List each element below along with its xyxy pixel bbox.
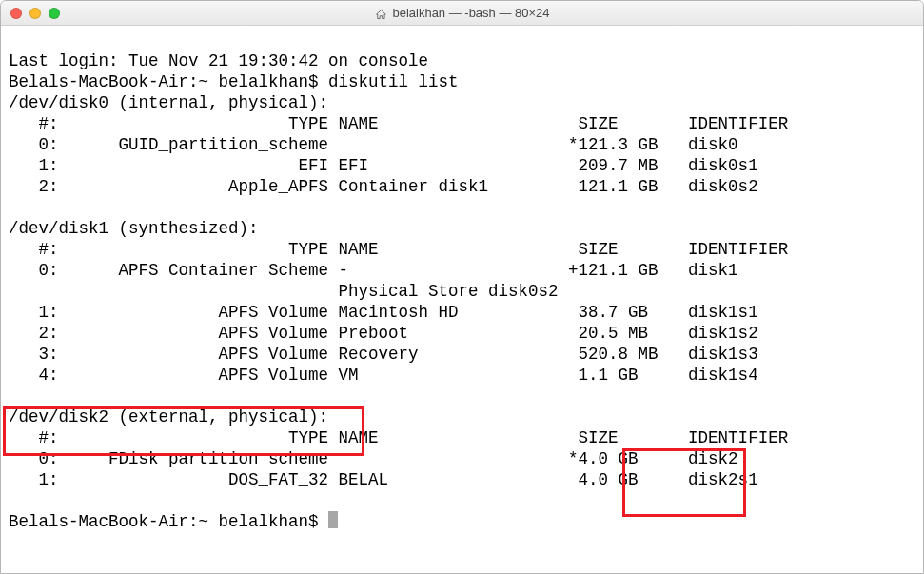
zoom-button[interactable] bbox=[49, 8, 60, 19]
terminal-line: Last login: Tue Nov 21 19:30:42 on conso… bbox=[9, 51, 428, 70]
minimize-button[interactable] bbox=[29, 8, 41, 19]
terminal-line: #: TYPE NAME SIZE IDENTIFIER bbox=[9, 240, 788, 259]
terminal-line: 1: APFS Volume Macintosh HD 38.7 GB disk… bbox=[9, 303, 758, 322]
window-title-text: belalkhan — -bash — 80×24 bbox=[392, 3, 549, 24]
terminal-line: 1: EFI EFI 209.7 MB disk0s1 bbox=[9, 156, 758, 175]
home-icon bbox=[374, 7, 386, 19]
terminal-line: 2: APFS Volume Preboot 20.5 MB disk1s2 bbox=[9, 324, 758, 343]
terminal-content[interactable]: Last login: Tue Nov 21 19:30:42 on conso… bbox=[1, 26, 923, 574]
window-title: belalkhan — -bash — 80×24 bbox=[374, 3, 549, 24]
terminal-window: belalkhan — -bash — 80×24 Last login: Tu… bbox=[0, 0, 924, 574]
terminal-line: Physical Store disk0s2 bbox=[9, 282, 559, 301]
terminal-line: /dev/disk1 (synthesized): bbox=[9, 219, 259, 238]
terminal-line: #: TYPE NAME SIZE IDENTIFIER bbox=[9, 114, 788, 133]
terminal-line: 2: Apple_APFS Container disk1 121.1 GB d… bbox=[9, 177, 758, 196]
terminal-line: Belals-MacBook-Air:~ belalkhan$ diskutil… bbox=[9, 72, 459, 91]
cursor bbox=[328, 511, 338, 528]
terminal-line: #: TYPE NAME SIZE IDENTIFIER bbox=[9, 428, 788, 447]
prompt-line: Belals-MacBook-Air:~ belalkhan$ bbox=[9, 512, 328, 531]
terminal-line: 0: GUID_partition_scheme *121.3 GB disk0 bbox=[9, 135, 738, 154]
terminal-line: 0: APFS Container Scheme - +121.1 GB dis… bbox=[9, 261, 738, 280]
window-controls bbox=[10, 8, 60, 19]
titlebar[interactable]: belalkhan — -bash — 80×24 bbox=[1, 1, 923, 26]
terminal-line: 1: DOS_FAT_32 BELAL 4.0 GB disk2s1 bbox=[9, 470, 758, 489]
terminal-line: /dev/disk0 (internal, physical): bbox=[9, 93, 328, 112]
terminal-line: 3: APFS Volume Recovery 520.8 MB disk1s3 bbox=[9, 345, 758, 364]
close-button[interactable] bbox=[10, 8, 22, 19]
terminal-line: 4: APFS Volume VM 1.1 GB disk1s4 bbox=[9, 366, 758, 385]
terminal-line: 0: FDisk_partition_scheme *4.0 GB disk2 bbox=[9, 449, 738, 468]
terminal-line: /dev/disk2 (external, physical): bbox=[9, 407, 328, 426]
